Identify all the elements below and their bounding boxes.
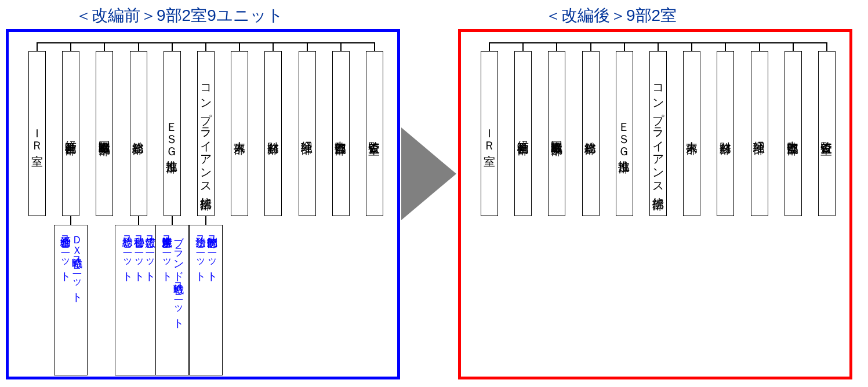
dept-connector — [725, 42, 726, 51]
unit-group-box: ＤＸ戦略ユニット経営企画ユニット — [54, 225, 88, 375]
dept-connector — [522, 42, 524, 51]
unit-label: 内部統制ユニット — [206, 229, 217, 277]
dept-label: 経理部 — [753, 133, 766, 134]
dept-connector — [793, 42, 794, 51]
dept-connector — [205, 42, 206, 51]
dept-connector — [239, 42, 240, 51]
dept-label: 経理部 — [301, 133, 314, 134]
dept-label: コンプライアンス統括部 — [199, 77, 212, 190]
dept-box: 人事部 — [231, 51, 248, 216]
dept-box: 経営企画部 — [514, 51, 532, 216]
dept-connector — [37, 42, 38, 51]
dept-box: 経理部 — [299, 51, 316, 216]
dept-box: 財務部 — [717, 51, 734, 216]
dept-connector — [826, 42, 827, 51]
dept-label: コンプライアンス統括部 — [652, 77, 664, 190]
dept-label: 財務部 — [719, 133, 732, 134]
dept-box: ＩＲ室 — [28, 51, 46, 216]
dept-connector — [70, 42, 71, 51]
dept-box: ＩＲ室 — [481, 51, 498, 216]
unit-label: 秘書ユニット — [133, 229, 144, 277]
title-after: ＜改編後＞9部2室 — [545, 5, 677, 27]
dept-box: 総務部 — [582, 51, 600, 216]
unit-label: 経営企画ユニット — [59, 229, 71, 277]
unit-connector — [172, 216, 173, 225]
unit-connector — [70, 216, 71, 225]
dept-label: 人事部 — [685, 133, 698, 134]
dept-label: ＩＲ室 — [483, 121, 496, 146]
dept-connector — [658, 42, 659, 51]
dept-connector — [273, 42, 274, 51]
dept-connector — [759, 42, 760, 51]
dept-label: 総務部 — [132, 133, 145, 134]
dept-connector — [489, 42, 490, 51]
dept-box: 監査役室 — [366, 51, 383, 216]
dept-label: 経営企画部 — [517, 132, 529, 135]
dept-box: 経営企画部 — [62, 51, 79, 216]
unit-label: 脱炭素推進ユニット — [161, 229, 172, 277]
dept-box: ＥＳＧ推進部 — [164, 51, 181, 216]
dept-box: 国際戦略事業部 — [96, 51, 113, 216]
dept-label: 財務部 — [267, 133, 279, 134]
title-before: ＜改編前＞9部2室9ユニット — [75, 5, 284, 27]
unit-label: ＤＸ戦略ユニット — [71, 229, 82, 298]
arrow-icon — [401, 127, 456, 220]
dept-box: ＥＳＧ推進部 — [616, 51, 633, 216]
dept-label: 監査役室 — [368, 133, 381, 135]
dept-connector — [138, 42, 139, 51]
unit-connector — [138, 216, 139, 225]
unit-connector — [205, 216, 206, 225]
dept-box: 経理部 — [751, 51, 768, 216]
dept-label: 総務部 — [584, 133, 597, 134]
dept-connector — [340, 42, 342, 51]
dept-box: コンプライアンス統括部 — [649, 51, 667, 216]
dept-connector — [624, 42, 625, 51]
dept-connector — [172, 42, 173, 51]
dept-label: 国際戦略事業部 — [550, 132, 563, 136]
unit-label: 法務ユニット — [194, 229, 206, 277]
dept-connector — [374, 42, 375, 51]
dept-label: ＥＳＧ推進部 — [166, 115, 179, 153]
dept-box: コンプライアンス統括部 — [197, 51, 215, 216]
dept-connector — [556, 42, 557, 51]
dept-box: 総務部 — [130, 51, 147, 216]
unit-label: ブランド戦略ユニット — [172, 229, 184, 324]
dept-box: 人事部 — [683, 51, 700, 216]
dept-box: 財務部 — [264, 51, 282, 216]
dept-box: 内部監査部 — [332, 51, 350, 216]
dept-label: 監査役室 — [820, 133, 833, 135]
dept-connector — [104, 42, 105, 51]
dept-connector — [590, 42, 591, 51]
dept-label: 経営企画部 — [64, 132, 77, 135]
unit-label: 総務ユニット — [121, 229, 133, 277]
dept-label: ＩＲ室 — [31, 121, 43, 146]
panel-after: ＩＲ室経営企画部国際戦略事業部総務部ＥＳＧ推進部コンプライアンス統括部人事部財務… — [458, 29, 852, 379]
dept-label: ＥＳＧ推進部 — [618, 115, 631, 153]
dept-label: 人事部 — [233, 133, 246, 134]
dept-box: 内部監査部 — [785, 51, 802, 216]
unit-group-box: ブランド戦略ユニット脱炭素推進ユニット — [155, 225, 189, 375]
dept-box: 国際戦略事業部 — [548, 51, 565, 216]
dept-connector — [691, 42, 692, 51]
panel-before: ＩＲ室経営企画部国際戦略事業部総務部ＥＳＧ推進部コンプライアンス統括部人事部財務… — [6, 29, 400, 379]
dept-box: 監査役室 — [818, 51, 836, 216]
dept-label: 国際戦略事業部 — [98, 132, 111, 136]
unit-label: 広報ユニット — [144, 229, 156, 277]
dept-label: 内部監査部 — [335, 132, 347, 135]
unit-group-box: 内部統制ユニット法務ユニット — [189, 225, 223, 375]
dept-connector — [307, 42, 308, 51]
dept-label: 内部監査部 — [787, 132, 800, 135]
